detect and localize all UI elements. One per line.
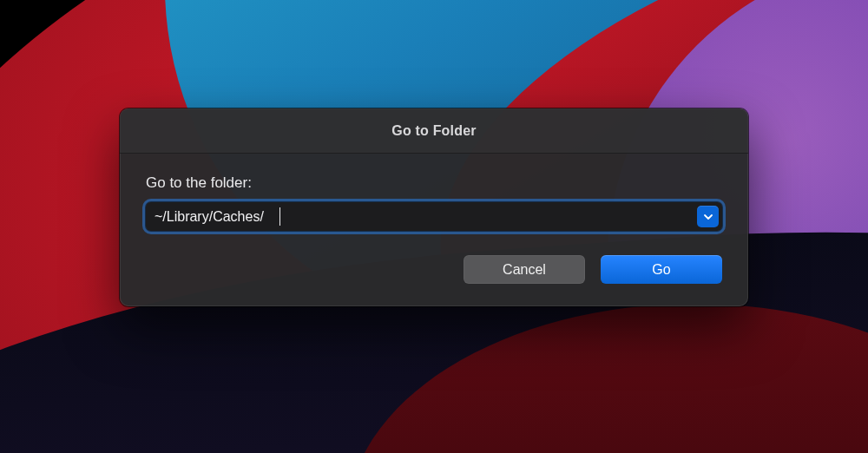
path-input[interactable] [146,202,722,231]
go-to-folder-dialog: Go to Folder Go to the folder: Cancel Go [120,108,748,306]
text-caret [279,207,280,226]
go-button[interactable]: Go [601,255,722,284]
path-label: Go to the folder: [146,174,722,192]
path-history-dropdown[interactable] [697,206,719,227]
chevron-down-icon [703,212,713,222]
path-combobox [146,202,722,231]
dialog-body: Go to the folder: Cancel Go [120,154,748,306]
cancel-button[interactable]: Cancel [464,255,585,284]
dialog-titlebar[interactable]: Go to Folder [120,108,748,154]
dialog-button-row: Cancel Go [146,255,722,284]
dialog-title: Go to Folder [391,123,477,139]
